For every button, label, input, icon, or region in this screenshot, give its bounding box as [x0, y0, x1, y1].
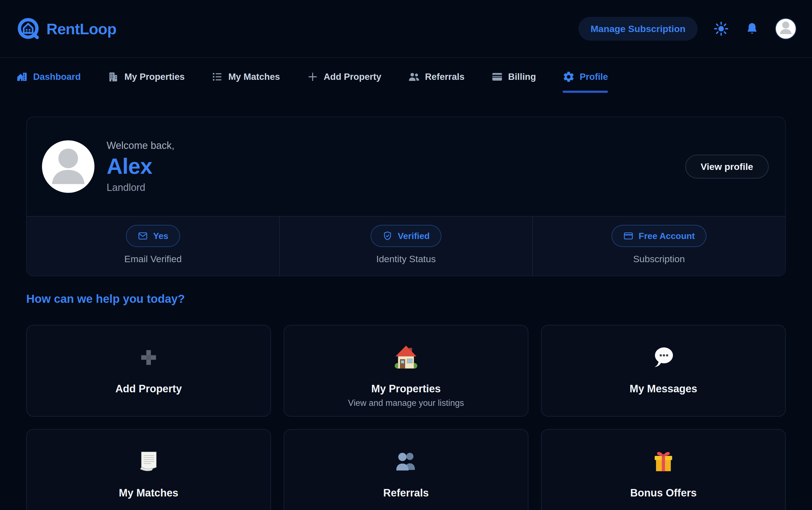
stat-label: Subscription: [633, 254, 685, 264]
stat-identity-status: Verified Identity Status: [279, 217, 532, 276]
tab-billing[interactable]: Billing: [491, 71, 536, 93]
building-icon: [107, 71, 119, 83]
gift-emoji-icon: [651, 441, 676, 483]
tab-dashboard[interactable]: Dashboard: [16, 71, 81, 93]
tab-my-matches[interactable]: My Matches: [211, 71, 280, 93]
shield-check-icon: [382, 231, 393, 241]
view-profile-button[interactable]: View profile: [685, 155, 768, 178]
speech-balloon-emoji-icon: [651, 337, 676, 378]
user-name: Alex: [107, 153, 174, 179]
credit-card-icon: [623, 231, 634, 241]
card-my-properties[interactable]: My Properties View and manage your listi…: [284, 325, 528, 417]
list-icon: [211, 71, 224, 83]
tab-label: Referrals: [425, 72, 465, 82]
welcome-card: Welcome back, Alex Landlord View profile…: [26, 117, 786, 276]
main-nav: Dashboard My Properties My Matches: [0, 58, 812, 93]
manage-subscription-button[interactable]: Manage Subscription: [578, 17, 698, 40]
tab-label: Profile: [580, 72, 608, 82]
page-curl-emoji-icon: [137, 441, 161, 483]
header-user-avatar[interactable]: [775, 18, 796, 39]
tab-label: Dashboard: [33, 72, 81, 82]
notifications-bell-icon[interactable]: [745, 21, 759, 36]
tab-my-properties[interactable]: My Properties: [107, 71, 184, 93]
stat-subscription: Free Account Subscription: [532, 217, 785, 276]
card-referrals[interactable]: Referrals: [284, 429, 528, 510]
user-role: Landlord: [107, 182, 174, 193]
gear-icon: [562, 71, 575, 83]
brand-logo[interactable]: RentLoop: [16, 16, 116, 41]
help-section-heading: How can we help you today?: [26, 292, 786, 306]
people-icon: [408, 71, 420, 83]
welcome-greeting: Welcome back,: [107, 140, 174, 151]
dashboard-home-icon: [16, 71, 28, 83]
brand-name: RentLoop: [47, 20, 116, 38]
rentloop-logo-icon: [16, 16, 41, 41]
card-bonus-offers[interactable]: Bonus Offers: [541, 429, 786, 510]
account-stats-row: Yes Email Verified Verified Identity Sta…: [27, 216, 785, 276]
card-add-property[interactable]: Add Property: [26, 325, 271, 417]
email-verified-badge: Yes: [126, 225, 180, 247]
plus-icon: [139, 337, 158, 378]
theme-toggle-sun-icon[interactable]: [713, 21, 729, 37]
quick-actions-grid: Add Property My Properties View and mana…: [26, 325, 786, 510]
tab-label: Add Property: [324, 72, 381, 82]
stat-label: Identity Status: [376, 254, 436, 264]
subscription-badge: Free Account: [611, 225, 706, 247]
busts-emoji-icon: [393, 441, 419, 483]
tab-label: My Matches: [228, 72, 280, 82]
tab-referrals[interactable]: Referrals: [408, 71, 465, 93]
profile-avatar: [42, 140, 94, 193]
tab-add-property[interactable]: Add Property: [307, 71, 381, 93]
tab-label: My Properties: [124, 72, 184, 82]
app-header: RentLoop Manage Subscription: [0, 0, 812, 58]
stat-label: Email Verified: [124, 254, 182, 264]
card-my-matches[interactable]: My Matches: [26, 429, 271, 510]
house-emoji-icon: [393, 337, 419, 378]
plus-icon: [307, 71, 319, 83]
identity-verified-badge: Verified: [371, 225, 441, 247]
card-my-messages[interactable]: My Messages: [541, 325, 786, 417]
tab-label: Billing: [508, 72, 536, 82]
stat-email-verified: Yes Email Verified: [27, 217, 279, 276]
credit-card-icon: [491, 71, 503, 83]
tab-profile[interactable]: Profile: [562, 71, 608, 93]
envelope-icon: [138, 231, 148, 241]
